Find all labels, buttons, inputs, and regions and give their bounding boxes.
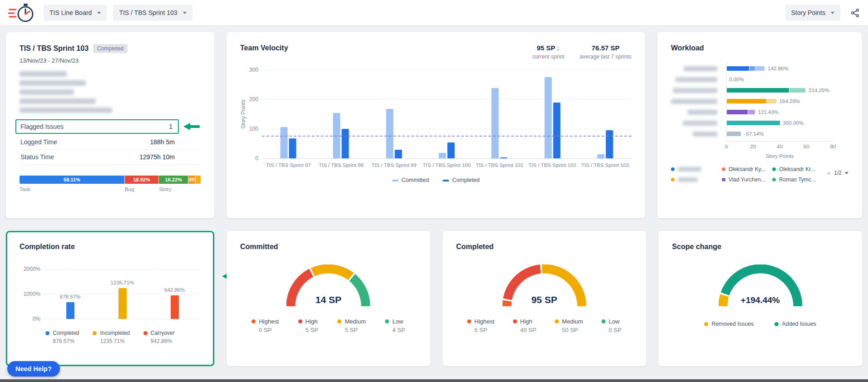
velocity-bar[interactable]: [289, 138, 296, 158]
distribution-segment[interactable]: 58.11%: [20, 176, 125, 184]
legend-item[interactable]: [671, 176, 719, 183]
velocity-bar[interactable]: [342, 129, 349, 158]
workload-bar-segment[interactable]: [726, 88, 789, 93]
legend-item[interactable]: Vlad Yurchen...: [722, 176, 770, 183]
completion-bar[interactable]: [66, 302, 74, 319]
velocity-bar[interactable]: [492, 88, 499, 158]
velocity-bar[interactable]: [281, 127, 288, 158]
workload-percent-label: -57.14%: [744, 131, 764, 137]
legend-item[interactable]: Removed Issues: [704, 321, 754, 327]
x-tick-label: TIS / TBS Sprint 97: [262, 162, 315, 168]
scope-change-value: +194.44%: [719, 295, 802, 305]
x-tick-label: TIS / TBS Sprint 102: [526, 162, 578, 168]
workload-percent-label: 164.29%: [779, 98, 800, 104]
completion-legend: Completed678.57%Incompleted1235.71%Carry…: [20, 330, 201, 344]
share-icon[interactable]: [850, 8, 860, 18]
pager-label: 1/2: [834, 170, 842, 176]
legend-text: Added Issues: [782, 321, 816, 327]
workload-bar-segment[interactable]: [726, 121, 780, 125]
velocity-bar[interactable]: [606, 130, 613, 158]
workload-legend-pager[interactable]: 1/2: [827, 170, 848, 176]
workload-bar-segment[interactable]: [748, 110, 755, 114]
legend-item[interactable]: Low4 SP: [385, 318, 405, 333]
legend-item[interactable]: High5 SP: [298, 318, 318, 333]
chevron-down-icon[interactable]: [845, 172, 848, 174]
workload-bar-segment[interactable]: [750, 66, 755, 71]
app-logo-icon[interactable]: [8, 3, 37, 23]
legend-item[interactable]: High40 SP: [513, 318, 536, 333]
completed-legend: Highest5 SPHigh40 SPMedium50 SPLow0 SP: [456, 318, 633, 333]
completion-category: 1235.71%: [96, 269, 148, 319]
velocity-bar[interactable]: [395, 150, 402, 158]
workload-row: 142.86%: [671, 63, 848, 74]
legend-item[interactable]: Oleksandr Ky...: [722, 166, 770, 172]
legend-item[interactable]: Medium50 SP: [555, 318, 583, 333]
chevron-up-icon[interactable]: [827, 172, 831, 174]
unit-dropdown[interactable]: Story Points: [785, 5, 840, 21]
redacted-assignee-name: [673, 88, 717, 93]
workload-bar-segment[interactable]: [755, 66, 765, 71]
legend-item[interactable]: Medium5 SP: [337, 318, 365, 333]
legend-marker-icon: [143, 331, 148, 335]
workload-bar-segment[interactable]: [726, 110, 748, 114]
issue-distribution-labels: TaskBugStory: [20, 186, 201, 194]
velocity-bar[interactable]: [447, 142, 454, 158]
velocity-bar[interactable]: [553, 103, 560, 158]
legend-item[interactable]: Added Issues: [774, 321, 816, 327]
workload-bar-segment[interactable]: [767, 99, 776, 103]
legend-item[interactable]: Incompleted1235.71%: [93, 330, 129, 344]
legend-marker-icon: [385, 319, 389, 323]
legend-text: Low4 SP: [392, 318, 405, 333]
need-help-button[interactable]: Need Help?: [7, 361, 60, 377]
legend-marker-icon: [555, 319, 559, 323]
workload-bar-segment[interactable]: [726, 132, 741, 136]
legend-item[interactable]: Roman Tymc...: [772, 176, 820, 183]
legend-marker-icon: [722, 178, 725, 181]
card-title: Workload: [671, 44, 848, 52]
legend-marker-icon: [45, 331, 49, 335]
distribution-segment[interactable]: 16.22%: [159, 176, 188, 184]
workload-bar-segment[interactable]: [726, 99, 766, 103]
legend-item[interactable]: Completed678.57%: [45, 330, 79, 344]
distribution-segment[interactable]: 18.92%: [125, 176, 159, 184]
legend-item[interactable]: Completed: [443, 177, 479, 183]
distribution-segment[interactable]: 4.05%: [188, 176, 196, 184]
velocity-bar[interactable]: [439, 153, 446, 158]
workload-row: 300.00%: [671, 118, 848, 128]
board-dropdown[interactable]: TIS Line Board: [44, 5, 107, 21]
legend-marker-icon: [443, 180, 449, 181]
velocity-bar[interactable]: [544, 77, 552, 158]
velocity-bar[interactable]: [386, 109, 393, 158]
velocity-legend: CommittedCompleted: [240, 177, 631, 183]
velocity-category: [368, 70, 420, 158]
board-dropdown-value: TIS Line Board: [49, 9, 92, 16]
legend-item[interactable]: Highest0 SP: [252, 318, 279, 333]
redacted-text: [20, 71, 67, 77]
legend-item[interactable]: Oleksandr Kr...: [772, 166, 820, 172]
workload-bar-segment[interactable]: [726, 66, 749, 71]
velocity-bar[interactable]: [597, 154, 604, 158]
sprint-dropdown[interactable]: TIS / TBS Sprint 103: [113, 5, 192, 21]
completion-bar[interactable]: [118, 288, 127, 319]
legend-text: Highest0 SP: [259, 318, 279, 333]
legend-text: High5 SP: [306, 318, 318, 333]
completion-plot: 678.57%1235.71%942.86%: [44, 269, 201, 319]
completion-bar[interactable]: [171, 295, 179, 319]
workload-percent-label: 214.29%: [809, 88, 829, 93]
velocity-bar[interactable]: [500, 157, 508, 158]
legend-item[interactable]: Highest5 SP: [467, 318, 494, 333]
x-axis: 020406080 Story Points: [726, 141, 833, 159]
completed-total-value: 95 SP: [503, 294, 586, 305]
workload-bar-segment[interactable]: [789, 88, 805, 93]
legend-item[interactable]: Low0 SP: [602, 318, 621, 333]
legend-item[interactable]: [671, 166, 719, 172]
legend-item[interactable]: Committed: [392, 177, 429, 183]
distribution-segment[interactable]: [196, 176, 201, 184]
current-sprint-caption: current sprint: [533, 54, 564, 60]
y-tick-label: 0: [255, 155, 258, 162]
y-tick-label: 2000%: [24, 266, 40, 272]
legend-item[interactable]: Carryover942.86%: [143, 330, 175, 344]
bar-value-label: 1235.71%: [96, 280, 148, 285]
redacted-assignee-name: [671, 99, 717, 104]
completed-card: Completed 95 SP Highest5 SPHigh40 SPMedi…: [443, 231, 646, 366]
